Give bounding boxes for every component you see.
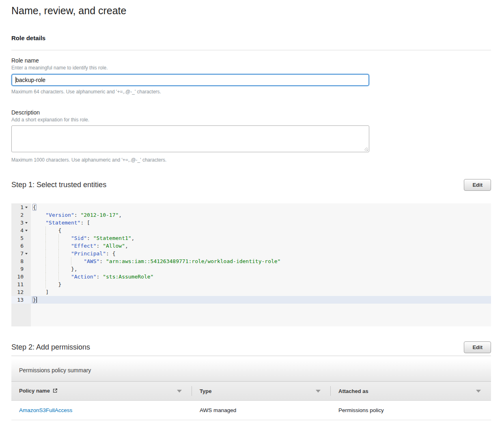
column-header-policy-name[interactable]: Policy name bbox=[11, 382, 192, 401]
step2-edit-button[interactable]: Edit bbox=[464, 341, 491, 353]
code-line-12[interactable]: 12 ] bbox=[11, 288, 491, 296]
cell-attached_as: Permissions policy bbox=[331, 401, 491, 420]
code-text: "Action": "sts:AssumeRole" bbox=[31, 273, 491, 281]
fold-arrow-spacer bbox=[24, 242, 31, 250]
json-punct: : bbox=[87, 235, 93, 241]
indent-guide bbox=[58, 257, 71, 265]
role-name-hint: Maximum 64 characters. Use alphanumeric … bbox=[11, 89, 491, 95]
editor-cursor bbox=[37, 297, 37, 303]
description-textarea[interactable] bbox=[11, 125, 369, 152]
json-key: "Version" bbox=[45, 212, 74, 218]
indent-guide bbox=[33, 257, 45, 265]
code-text: } bbox=[31, 281, 491, 288]
gutter-cell: 11 bbox=[11, 281, 31, 288]
indent-guide bbox=[45, 273, 58, 281]
indent-guide bbox=[71, 257, 84, 265]
code-text: "Statement": [ bbox=[31, 219, 491, 227]
permissions-panel-title: Permissions policy summary bbox=[11, 359, 491, 381]
json-punct: : bbox=[99, 258, 106, 264]
gutter-cell: 6 bbox=[11, 242, 31, 250]
description-label: Description bbox=[11, 109, 491, 116]
indent-guide bbox=[33, 273, 45, 281]
code-line-11[interactable]: 11 } bbox=[11, 281, 491, 288]
json-punct: } bbox=[33, 297, 36, 303]
code-text: "Effect": "Allow", bbox=[31, 242, 491, 250]
fold-arrow-spacer bbox=[24, 211, 31, 219]
line-number: 10 bbox=[11, 273, 24, 281]
gutter-cell: 9 bbox=[11, 265, 31, 273]
code-line-10[interactable]: 10 "Action": "sts:AssumeRole" bbox=[11, 273, 491, 281]
fold-arrow-icon[interactable] bbox=[24, 203, 31, 211]
indent-guide bbox=[33, 265, 45, 273]
fold-arrow-icon[interactable] bbox=[24, 219, 31, 227]
gutter-cell: 12 bbox=[11, 288, 31, 296]
code-line-7[interactable]: 7 "Principal": { bbox=[11, 250, 491, 257]
code-line-2[interactable]: 2 "Version": "2012-10-17", bbox=[11, 211, 491, 219]
trust-policy-editor[interactable]: 1{2 "Version": "2012-10-17",3 "Statement… bbox=[11, 203, 491, 326]
code-line-5[interactable]: 5 "Sid": "Statement1", bbox=[11, 234, 491, 242]
gutter-cell: 7 bbox=[11, 250, 31, 257]
gutter-cell: 10 bbox=[11, 273, 31, 281]
code-line-3[interactable]: 3 "Statement": [ bbox=[11, 219, 491, 227]
json-punct: : bbox=[74, 212, 81, 218]
cell-type: AWS managed bbox=[192, 401, 331, 420]
policy-name-link[interactable]: AmazonS3FullAccess bbox=[19, 407, 72, 413]
json-punct: ] bbox=[45, 289, 49, 295]
code-line-1[interactable]: 1{ bbox=[11, 203, 491, 211]
line-number: 6 bbox=[11, 242, 24, 250]
code-line-4[interactable]: 4 { bbox=[11, 227, 491, 234]
fold-arrow-spacer bbox=[24, 234, 31, 242]
role-name-label: Role name bbox=[11, 57, 491, 64]
triangle-down-icon[interactable] bbox=[316, 390, 321, 393]
json-punct: }, bbox=[71, 266, 78, 272]
column-label: Attached as bbox=[338, 388, 368, 394]
role-name-value: backup-role bbox=[16, 77, 45, 83]
gutter-cell: 5 bbox=[11, 234, 31, 242]
code-text: } bbox=[31, 296, 491, 304]
gutter-cell: 2 bbox=[11, 211, 31, 219]
description-hint: Maximum 1000 characters. Use alphanumeri… bbox=[11, 157, 491, 163]
step1-edit-button[interactable]: Edit bbox=[464, 179, 491, 191]
code-line-6[interactable]: 6 "Effect": "Allow", bbox=[11, 242, 491, 250]
code-line-13[interactable]: 13} bbox=[11, 296, 491, 304]
fold-arrow-icon[interactable] bbox=[24, 227, 31, 234]
json-string: "2012-10-17" bbox=[80, 212, 118, 218]
indent-guide bbox=[45, 257, 58, 265]
indent-guide bbox=[33, 227, 45, 234]
description-help: Add a short explanation for this role. bbox=[11, 117, 491, 123]
column-label: Policy name bbox=[19, 388, 50, 394]
code-text: ] bbox=[31, 288, 491, 296]
cell-policy_name: AmazonS3FullAccess bbox=[11, 401, 192, 420]
indent-guide bbox=[45, 234, 58, 242]
json-punct: { bbox=[58, 227, 62, 233]
indent-guide bbox=[58, 273, 71, 281]
json-string: "Allow" bbox=[103, 243, 125, 249]
fold-arrow-spacer bbox=[24, 265, 31, 273]
gutter-cell: 1 bbox=[11, 203, 31, 211]
column-header-type[interactable]: Type bbox=[192, 382, 331, 401]
code-line-8[interactable]: 8 "AWS": "arn:aws:iam::541263489771:role… bbox=[11, 257, 491, 265]
step2-heading: Step 2: Add permissions bbox=[11, 343, 90, 352]
indent-guide bbox=[33, 219, 45, 227]
json-key: "Statement" bbox=[45, 220, 80, 226]
line-number: 5 bbox=[11, 234, 24, 242]
json-punct: , bbox=[125, 243, 128, 249]
indent-guide bbox=[58, 234, 71, 242]
role-name-input[interactable]: backup-role bbox=[11, 74, 369, 86]
indent-guide bbox=[58, 242, 71, 250]
code-text: { bbox=[31, 227, 491, 234]
permissions-policy-table: Policy nameTypeAttached as AmazonS3FullA… bbox=[11, 381, 491, 420]
json-punct: { bbox=[33, 204, 36, 210]
triangle-down-icon[interactable] bbox=[476, 390, 481, 393]
json-punct: : [ bbox=[80, 220, 90, 226]
gutter-cell: 3 bbox=[11, 219, 31, 227]
fold-arrow-icon[interactable] bbox=[24, 250, 31, 257]
name-review-create-page: Name, review, and create Role details Ro… bbox=[0, 0, 504, 420]
code-text: { bbox=[31, 203, 491, 211]
json-string: "arn:aws:iam::541263489771:role/workload… bbox=[106, 258, 280, 264]
column-header-attached-as[interactable]: Attached as bbox=[331, 382, 491, 401]
code-line-9[interactable]: 9 }, bbox=[11, 265, 491, 273]
triangle-down-icon[interactable] bbox=[177, 390, 182, 393]
json-punct: } bbox=[58, 281, 62, 287]
line-number: 7 bbox=[11, 250, 24, 257]
